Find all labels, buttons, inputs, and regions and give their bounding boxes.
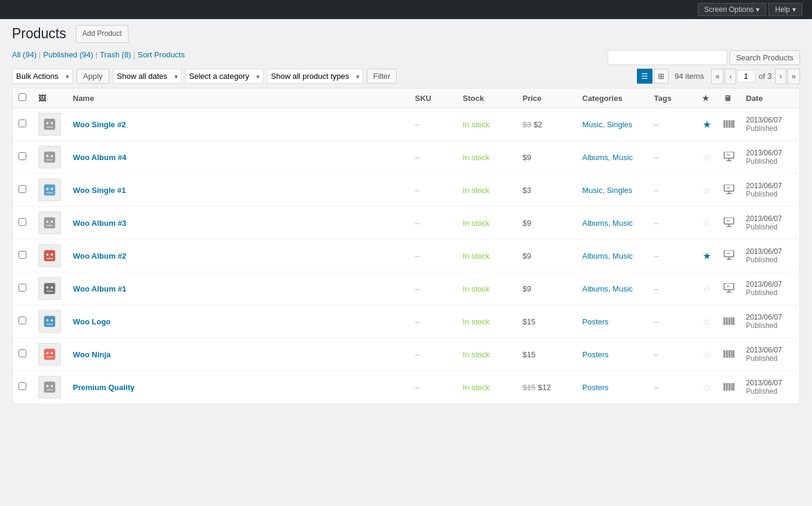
row-tags-cell: – <box>648 207 696 240</box>
featured-star[interactable]: ☆ <box>703 152 711 162</box>
product-name-link[interactable]: Woo Logo <box>73 317 111 326</box>
filter-published-link[interactable]: Published (94) <box>43 50 96 59</box>
row-checkbox[interactable] <box>19 382 26 390</box>
product-types-select[interactable]: Show all product types <box>267 69 363 84</box>
row-featured-cell[interactable]: ☆ <box>696 338 718 371</box>
featured-star[interactable]: ☆ <box>703 185 711 195</box>
help-arrow: ▾ <box>792 5 796 14</box>
help-button[interactable]: Help ▾ <box>768 3 802 16</box>
bulk-actions-select[interactable]: Bulk Actions <box>12 69 73 84</box>
filter-all-link[interactable]: All (94) <box>12 50 39 59</box>
category-link[interactable]: Singles <box>607 186 633 195</box>
filter-button[interactable]: Filter <box>367 69 397 84</box>
screen-options-button[interactable]: Screen Options ▾ <box>698 3 767 16</box>
grid-view-button[interactable]: ⊞ <box>654 69 669 84</box>
next-page-button[interactable]: › <box>775 69 786 84</box>
row-stock-cell: In stock <box>457 305 517 338</box>
row-type-cell <box>718 272 740 305</box>
search-products-button[interactable]: Search Products <box>730 50 800 65</box>
row-checkbox[interactable] <box>19 218 26 226</box>
product-name-link[interactable]: Woo Album #4 <box>73 153 127 162</box>
dates-select[interactable]: Show all dates <box>113 69 182 84</box>
featured-star[interactable]: ★ <box>703 251 711 261</box>
row-categories-cell: Music, Singles <box>577 108 648 141</box>
category-link[interactable]: Albums <box>583 252 608 260</box>
tags-value: – <box>654 219 658 228</box>
row-featured-cell[interactable]: ☆ <box>696 207 718 240</box>
col-sku-sort[interactable]: SKU <box>415 94 431 103</box>
row-categories-cell: Albums, Music <box>577 272 648 305</box>
row-date-cell: 2013/06/07 Published <box>740 141 800 174</box>
product-name-link[interactable]: Premium Quality <box>73 383 134 392</box>
category-link[interactable]: Music <box>612 252 633 260</box>
product-table-body: Woo Single #2 – In stock $3$2 Music, Sin… <box>13 108 800 404</box>
row-featured-cell[interactable]: ☆ <box>696 272 718 305</box>
product-name-link[interactable]: Woo Album #3 <box>73 219 127 228</box>
col-header-categories: Categories <box>577 88 648 108</box>
category-link[interactable]: Music <box>612 153 633 162</box>
featured-star[interactable]: ☆ <box>703 317 711 327</box>
search-input[interactable] <box>608 50 727 65</box>
svg-rect-87 <box>733 383 734 391</box>
prev-page-button[interactable]: ‹ <box>725 69 736 84</box>
featured-star[interactable]: ☆ <box>703 218 711 228</box>
row-date-cell: 2013/06/07 Published <box>740 338 800 371</box>
col-date-sort[interactable]: Date <box>746 94 763 103</box>
last-page-button[interactable]: » <box>788 69 800 84</box>
product-name-link[interactable]: Woo Single #1 <box>73 186 126 195</box>
featured-star[interactable]: ☆ <box>703 382 711 392</box>
add-product-button[interactable]: Add Product <box>76 25 128 42</box>
select-all-checkbox[interactable] <box>19 93 26 101</box>
featured-star[interactable]: ★ <box>703 119 711 130</box>
category-link[interactable]: Posters <box>583 317 609 326</box>
row-checkbox[interactable] <box>19 317 26 324</box>
row-checkbox-cell <box>13 371 33 404</box>
page-number-input[interactable] <box>737 70 755 82</box>
row-price-cell: $9 <box>517 240 577 272</box>
category-link[interactable]: Music <box>612 284 633 293</box>
svg-point-21 <box>46 188 48 190</box>
category-link[interactable]: Posters <box>583 383 609 392</box>
page-title: Products <box>12 25 66 43</box>
row-checkbox[interactable] <box>19 119 26 127</box>
featured-star[interactable]: ☆ <box>703 284 711 294</box>
category-select[interactable]: Select a category <box>185 69 263 84</box>
filter-sort-link[interactable]: Sort Products <box>137 50 185 59</box>
row-checkbox[interactable] <box>19 185 26 193</box>
product-name-link[interactable]: Woo Ninja <box>73 350 111 359</box>
row-featured-cell[interactable]: ☆ <box>696 371 718 404</box>
row-checkbox[interactable] <box>19 284 26 292</box>
product-name-link[interactable]: Woo Album #2 <box>73 252 127 260</box>
row-featured-cell[interactable]: ★ <box>696 240 718 272</box>
featured-star[interactable]: ☆ <box>703 349 711 360</box>
row-featured-cell[interactable]: ☆ <box>696 141 718 174</box>
col-stock-sort[interactable]: Stock <box>463 94 484 103</box>
category-link[interactable]: Albums <box>583 284 608 293</box>
product-thumbnail <box>38 277 61 300</box>
col-name-sort[interactable]: Name <box>73 94 94 103</box>
row-date-cell: 2013/06/07 Published <box>740 108 800 141</box>
col-price-sort[interactable]: Price <box>523 94 542 103</box>
category-link[interactable]: Albums <box>583 153 608 162</box>
category-link[interactable]: Albums <box>583 219 608 228</box>
list-view-button[interactable]: ☰ <box>637 69 652 84</box>
svg-rect-72 <box>729 350 730 358</box>
row-featured-cell[interactable]: ★ <box>696 108 718 141</box>
row-checkbox[interactable] <box>19 251 26 259</box>
category-link[interactable]: Posters <box>583 350 609 359</box>
category-link[interactable]: Music <box>583 120 603 129</box>
row-checkbox[interactable] <box>19 349 26 357</box>
product-name-link[interactable]: Woo Album #1 <box>73 284 127 293</box>
apply-button[interactable]: Apply <box>76 69 109 84</box>
first-page-button[interactable]: « <box>711 69 724 84</box>
row-checkbox[interactable] <box>19 152 26 160</box>
svg-rect-8 <box>729 120 730 128</box>
row-featured-cell[interactable]: ☆ <box>696 174 718 207</box>
product-name-link[interactable]: Woo Single #2 <box>73 120 126 129</box>
product-type-icon <box>724 186 734 196</box>
filter-trash-link[interactable]: Trash (8) <box>100 50 133 59</box>
row-featured-cell[interactable]: ☆ <box>696 305 718 338</box>
category-link[interactable]: Singles <box>607 120 633 129</box>
category-link[interactable]: Music <box>583 186 603 195</box>
category-link[interactable]: Music <box>612 219 633 228</box>
